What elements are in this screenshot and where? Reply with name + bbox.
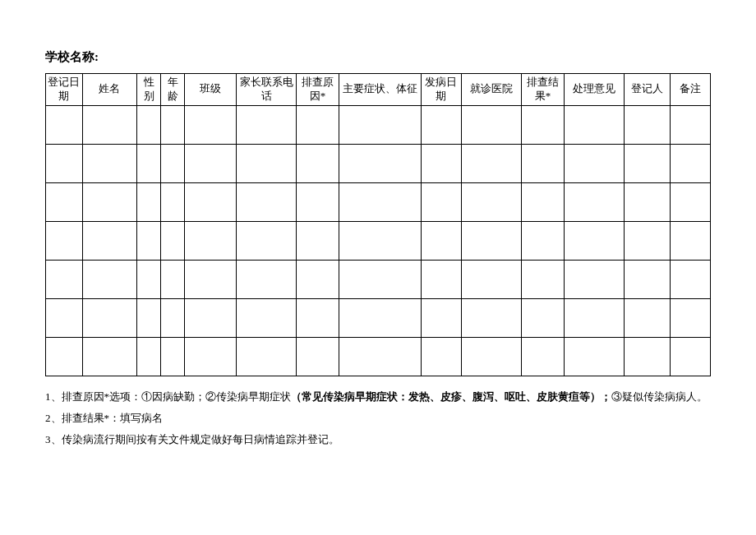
header-onset-date: 发病日期 — [421, 74, 461, 106]
note-2: 2、排查结果*：填写病名 — [45, 408, 711, 429]
note-3: 3、传染病流行期间按有关文件规定做好每日病情追踪并登记。 — [45, 429, 711, 450]
table-header-row: 登记日期 姓名 性别 年龄 班级 家长联系电话 排查原因* 主要症状、体征 发病… — [46, 74, 711, 106]
header-age: 年龄 — [161, 74, 185, 106]
school-name-label: 学校名称: — [45, 49, 711, 65]
registration-table: 登记日期 姓名 性别 年龄 班级 家长联系电话 排查原因* 主要症状、体征 发病… — [45, 73, 711, 376]
note-1-prefix: 1、排查原因*选项：①因病缺勤；②传染病早期症状 — [45, 390, 291, 403]
header-hospital: 就诊医院 — [461, 74, 522, 106]
header-registrar: 登记人 — [625, 74, 671, 106]
table-row — [46, 105, 711, 144]
header-opinion: 处理意见 — [564, 74, 625, 106]
table-row — [46, 337, 711, 376]
header-parent-phone: 家长联系电话 — [236, 74, 297, 106]
table-row — [46, 182, 711, 221]
table-row — [46, 298, 711, 337]
table-row — [46, 221, 711, 260]
header-name: 姓名 — [82, 74, 137, 106]
header-screen-reason: 排查原因* — [297, 74, 339, 106]
note-1-bold: （常见传染病早期症状：发热、皮疹、腹泻、呕吐、皮肤黄疸等）； — [291, 390, 611, 403]
header-class: 班级 — [185, 74, 236, 106]
header-symptoms: 主要症状、体征 — [339, 74, 421, 106]
note-1-suffix: ③疑似传染病病人。 — [611, 390, 708, 403]
notes-section: 1、排查原因*选项：①因病缺勤；②传染病早期症状（常见传染病早期症状：发热、皮疹… — [45, 386, 711, 450]
table-row — [46, 144, 711, 182]
header-gender: 性别 — [137, 74, 161, 106]
table-row — [46, 260, 711, 298]
header-reg-date: 登记日期 — [46, 74, 83, 106]
header-screen-result: 排查结果* — [522, 74, 564, 106]
note-1: 1、排查原因*选项：①因病缺勤；②传染病早期症状（常见传染病早期症状：发热、皮疹… — [45, 386, 711, 408]
header-remark: 备注 — [670, 74, 710, 106]
